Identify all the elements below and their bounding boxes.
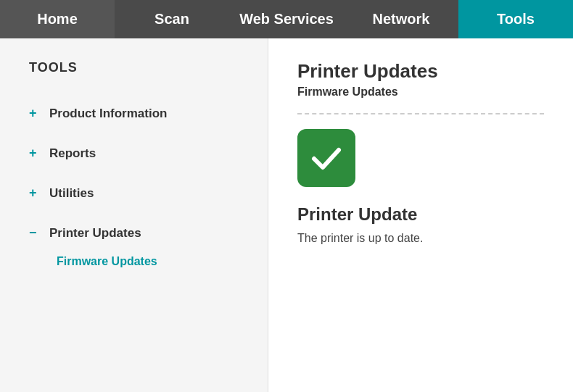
expand-icon-reports: + bbox=[29, 146, 41, 161]
sidebar-title: TOOLS bbox=[29, 60, 253, 75]
nav-tools[interactable]: Tools bbox=[458, 0, 573, 38]
sidebar-section-label-reports: Reports bbox=[49, 146, 96, 161]
nav-scan[interactable]: Scan bbox=[115, 0, 229, 38]
content-title: Printer Updates bbox=[297, 60, 544, 83]
expand-icon-utilities: + bbox=[29, 185, 41, 201]
sidebar: TOOLS + Product Information + Reports + … bbox=[0, 38, 268, 392]
content-subtitle: Firmware Updates bbox=[297, 86, 544, 114]
nav-web-services[interactable]: Web Services bbox=[229, 0, 344, 38]
content-area: Printer Updates Firmware Updates Printer… bbox=[268, 38, 573, 392]
top-navigation: Home Scan Web Services Network Tools bbox=[0, 0, 573, 38]
sidebar-section-product-information: + Product Information bbox=[29, 97, 253, 130]
sidebar-section-printer-updates: − Printer Updates Firmware Updates bbox=[29, 217, 253, 274]
sidebar-section-header-printer-updates[interactable]: − Printer Updates bbox=[29, 217, 253, 249]
sidebar-section-label-utilities: Utilities bbox=[49, 186, 94, 201]
nav-network[interactable]: Network bbox=[344, 0, 458, 38]
firmware-updates-link[interactable]: Firmware Updates bbox=[57, 255, 157, 267]
expand-icon-printer-updates: − bbox=[29, 225, 41, 241]
sidebar-section-label-printer-updates: Printer Updates bbox=[49, 226, 141, 241]
sidebar-section-utilities: + Utilities bbox=[29, 177, 253, 209]
sidebar-sub-item-firmware-updates[interactable]: Firmware Updates bbox=[29, 249, 253, 274]
sidebar-section-reports: + Reports bbox=[29, 137, 253, 170]
sidebar-section-header-utilities[interactable]: + Utilities bbox=[29, 177, 253, 209]
sidebar-section-label-product-information: Product Information bbox=[49, 107, 167, 121]
check-icon-container bbox=[297, 129, 355, 187]
expand-icon-product-information: + bbox=[29, 106, 41, 121]
update-title: Printer Update bbox=[297, 204, 544, 225]
sidebar-section-header-reports[interactable]: + Reports bbox=[29, 137, 253, 170]
nav-home[interactable]: Home bbox=[0, 0, 115, 38]
main-container: TOOLS + Product Information + Reports + … bbox=[0, 38, 573, 392]
update-description: The printer is up to date. bbox=[297, 232, 544, 245]
sidebar-section-header-product-information[interactable]: + Product Information bbox=[29, 97, 253, 130]
checkmark-icon bbox=[308, 140, 345, 176]
